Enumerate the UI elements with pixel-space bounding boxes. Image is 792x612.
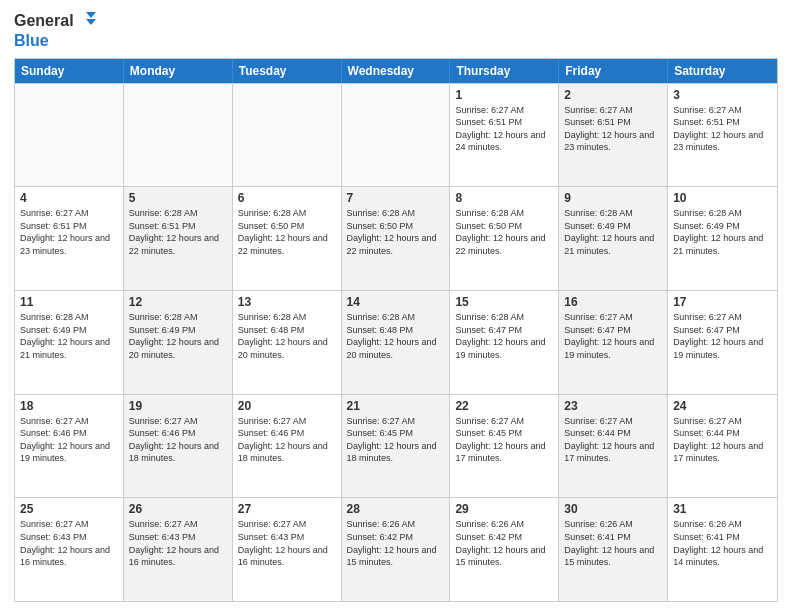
day-number: 4 xyxy=(20,191,118,205)
day-info: Sunrise: 6:28 AMSunset: 6:50 PMDaylight:… xyxy=(238,207,336,257)
day-info: Sunrise: 6:27 AMSunset: 6:43 PMDaylight:… xyxy=(238,518,336,568)
day-number: 9 xyxy=(564,191,662,205)
calendar-cell: 19Sunrise: 6:27 AMSunset: 6:46 PMDayligh… xyxy=(124,395,233,498)
day-number: 13 xyxy=(238,295,336,309)
day-info: Sunrise: 6:26 AMSunset: 6:41 PMDaylight:… xyxy=(673,518,772,568)
day-number: 6 xyxy=(238,191,336,205)
calendar-cell: 7Sunrise: 6:28 AMSunset: 6:50 PMDaylight… xyxy=(342,187,451,290)
calendar-cell: 26Sunrise: 6:27 AMSunset: 6:43 PMDayligh… xyxy=(124,498,233,601)
calendar-cell xyxy=(342,84,451,187)
day-number: 22 xyxy=(455,399,553,413)
logo: General Blue xyxy=(14,10,98,50)
calendar-cell: 16Sunrise: 6:27 AMSunset: 6:47 PMDayligh… xyxy=(559,291,668,394)
day-info: Sunrise: 6:27 AMSunset: 6:51 PMDaylight:… xyxy=(564,104,662,154)
day-info: Sunrise: 6:27 AMSunset: 6:43 PMDaylight:… xyxy=(20,518,118,568)
calendar-cell: 10Sunrise: 6:28 AMSunset: 6:49 PMDayligh… xyxy=(668,187,777,290)
calendar-week-2: 11Sunrise: 6:28 AMSunset: 6:49 PMDayligh… xyxy=(15,290,777,394)
calendar-cell: 27Sunrise: 6:27 AMSunset: 6:43 PMDayligh… xyxy=(233,498,342,601)
day-info: Sunrise: 6:27 AMSunset: 6:44 PMDaylight:… xyxy=(564,415,662,465)
day-number: 8 xyxy=(455,191,553,205)
day-number: 2 xyxy=(564,88,662,102)
day-number: 29 xyxy=(455,502,553,516)
day-info: Sunrise: 6:26 AMSunset: 6:42 PMDaylight:… xyxy=(347,518,445,568)
calendar-cell: 6Sunrise: 6:28 AMSunset: 6:50 PMDaylight… xyxy=(233,187,342,290)
day-number: 30 xyxy=(564,502,662,516)
day-info: Sunrise: 6:28 AMSunset: 6:49 PMDaylight:… xyxy=(129,311,227,361)
day-info: Sunrise: 6:27 AMSunset: 6:46 PMDaylight:… xyxy=(20,415,118,465)
calendar-week-3: 18Sunrise: 6:27 AMSunset: 6:46 PMDayligh… xyxy=(15,394,777,498)
day-info: Sunrise: 6:27 AMSunset: 6:51 PMDaylight:… xyxy=(673,104,772,154)
day-header-friday: Friday xyxy=(559,59,668,83)
day-number: 21 xyxy=(347,399,445,413)
calendar-cell: 30Sunrise: 6:26 AMSunset: 6:41 PMDayligh… xyxy=(559,498,668,601)
calendar-cell: 24Sunrise: 6:27 AMSunset: 6:44 PMDayligh… xyxy=(668,395,777,498)
day-info: Sunrise: 6:28 AMSunset: 6:49 PMDaylight:… xyxy=(564,207,662,257)
day-info: Sunrise: 6:27 AMSunset: 6:46 PMDaylight:… xyxy=(238,415,336,465)
day-info: Sunrise: 6:27 AMSunset: 6:47 PMDaylight:… xyxy=(564,311,662,361)
calendar-cell: 4Sunrise: 6:27 AMSunset: 6:51 PMDaylight… xyxy=(15,187,124,290)
day-info: Sunrise: 6:28 AMSunset: 6:50 PMDaylight:… xyxy=(455,207,553,257)
header: General Blue xyxy=(14,10,778,50)
day-number: 26 xyxy=(129,502,227,516)
day-header-tuesday: Tuesday xyxy=(233,59,342,83)
logo-arrow-icon xyxy=(76,10,98,32)
day-number: 5 xyxy=(129,191,227,205)
calendar-cell: 25Sunrise: 6:27 AMSunset: 6:43 PMDayligh… xyxy=(15,498,124,601)
day-number: 18 xyxy=(20,399,118,413)
calendar-cell: 31Sunrise: 6:26 AMSunset: 6:41 PMDayligh… xyxy=(668,498,777,601)
day-header-monday: Monday xyxy=(124,59,233,83)
day-info: Sunrise: 6:28 AMSunset: 6:50 PMDaylight:… xyxy=(347,207,445,257)
svg-marker-0 xyxy=(86,12,96,18)
calendar-cell xyxy=(124,84,233,187)
calendar: SundayMondayTuesdayWednesdayThursdayFrid… xyxy=(14,58,778,602)
day-number: 1 xyxy=(455,88,553,102)
calendar-body: 1Sunrise: 6:27 AMSunset: 6:51 PMDaylight… xyxy=(15,83,777,601)
calendar-week-4: 25Sunrise: 6:27 AMSunset: 6:43 PMDayligh… xyxy=(15,497,777,601)
calendar-cell: 29Sunrise: 6:26 AMSunset: 6:42 PMDayligh… xyxy=(450,498,559,601)
calendar-cell: 28Sunrise: 6:26 AMSunset: 6:42 PMDayligh… xyxy=(342,498,451,601)
calendar-cell: 17Sunrise: 6:27 AMSunset: 6:47 PMDayligh… xyxy=(668,291,777,394)
calendar-cell: 3Sunrise: 6:27 AMSunset: 6:51 PMDaylight… xyxy=(668,84,777,187)
calendar-cell: 22Sunrise: 6:27 AMSunset: 6:45 PMDayligh… xyxy=(450,395,559,498)
day-number: 20 xyxy=(238,399,336,413)
calendar-cell: 11Sunrise: 6:28 AMSunset: 6:49 PMDayligh… xyxy=(15,291,124,394)
day-number: 31 xyxy=(673,502,772,516)
calendar-cell: 9Sunrise: 6:28 AMSunset: 6:49 PMDaylight… xyxy=(559,187,668,290)
day-number: 23 xyxy=(564,399,662,413)
day-info: Sunrise: 6:27 AMSunset: 6:46 PMDaylight:… xyxy=(129,415,227,465)
day-number: 16 xyxy=(564,295,662,309)
day-number: 11 xyxy=(20,295,118,309)
day-info: Sunrise: 6:27 AMSunset: 6:51 PMDaylight:… xyxy=(455,104,553,154)
day-info: Sunrise: 6:26 AMSunset: 6:42 PMDaylight:… xyxy=(455,518,553,568)
calendar-cell: 5Sunrise: 6:28 AMSunset: 6:51 PMDaylight… xyxy=(124,187,233,290)
day-number: 24 xyxy=(673,399,772,413)
calendar-cell: 12Sunrise: 6:28 AMSunset: 6:49 PMDayligh… xyxy=(124,291,233,394)
day-number: 7 xyxy=(347,191,445,205)
day-info: Sunrise: 6:27 AMSunset: 6:51 PMDaylight:… xyxy=(20,207,118,257)
calendar-cell: 14Sunrise: 6:28 AMSunset: 6:48 PMDayligh… xyxy=(342,291,451,394)
day-number: 15 xyxy=(455,295,553,309)
calendar-cell: 13Sunrise: 6:28 AMSunset: 6:48 PMDayligh… xyxy=(233,291,342,394)
day-info: Sunrise: 6:28 AMSunset: 6:51 PMDaylight:… xyxy=(129,207,227,257)
day-info: Sunrise: 6:28 AMSunset: 6:47 PMDaylight:… xyxy=(455,311,553,361)
day-number: 10 xyxy=(673,191,772,205)
calendar-cell: 23Sunrise: 6:27 AMSunset: 6:44 PMDayligh… xyxy=(559,395,668,498)
calendar-cell: 2Sunrise: 6:27 AMSunset: 6:51 PMDaylight… xyxy=(559,84,668,187)
calendar-cell: 8Sunrise: 6:28 AMSunset: 6:50 PMDaylight… xyxy=(450,187,559,290)
calendar-cell: 15Sunrise: 6:28 AMSunset: 6:47 PMDayligh… xyxy=(450,291,559,394)
day-info: Sunrise: 6:26 AMSunset: 6:41 PMDaylight:… xyxy=(564,518,662,568)
calendar-cell xyxy=(15,84,124,187)
day-number: 27 xyxy=(238,502,336,516)
day-info: Sunrise: 6:27 AMSunset: 6:43 PMDaylight:… xyxy=(129,518,227,568)
day-info: Sunrise: 6:27 AMSunset: 6:47 PMDaylight:… xyxy=(673,311,772,361)
day-info: Sunrise: 6:28 AMSunset: 6:49 PMDaylight:… xyxy=(20,311,118,361)
day-number: 28 xyxy=(347,502,445,516)
day-number: 14 xyxy=(347,295,445,309)
svg-marker-1 xyxy=(86,19,96,25)
day-info: Sunrise: 6:28 AMSunset: 6:49 PMDaylight:… xyxy=(673,207,772,257)
day-info: Sunrise: 6:27 AMSunset: 6:45 PMDaylight:… xyxy=(455,415,553,465)
day-info: Sunrise: 6:28 AMSunset: 6:48 PMDaylight:… xyxy=(238,311,336,361)
day-info: Sunrise: 6:27 AMSunset: 6:44 PMDaylight:… xyxy=(673,415,772,465)
day-number: 25 xyxy=(20,502,118,516)
day-number: 19 xyxy=(129,399,227,413)
